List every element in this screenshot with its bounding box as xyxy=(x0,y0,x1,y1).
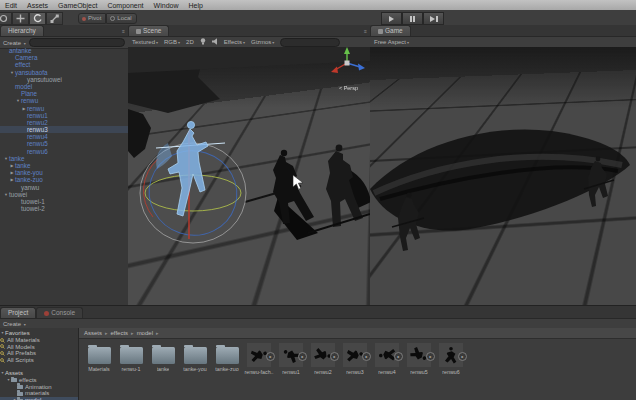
hierarchy-item[interactable]: ▶ renwu xyxy=(0,105,128,112)
asset-folder[interactable]: Materials xyxy=(84,343,114,375)
local-toggle-button[interactable]: Local xyxy=(106,13,136,24)
favorite-item[interactable]: All Materials xyxy=(0,337,78,344)
asset-model[interactable]: ▸ renwu2 xyxy=(308,343,338,375)
menu-item[interactable]: Help xyxy=(188,2,202,9)
step-button[interactable] xyxy=(423,12,444,25)
scale-tool-button[interactable] xyxy=(46,12,63,25)
shading-mode-dropdown[interactable]: Textured▾ xyxy=(132,39,158,45)
hierarchy-item[interactable]: renwu6 xyxy=(0,148,128,155)
tab-console[interactable]: Console xyxy=(36,307,83,318)
2d-toggle-button[interactable]: 2D xyxy=(186,39,194,45)
expand-badge-icon[interactable]: ▸ xyxy=(426,352,435,361)
expand-badge-icon[interactable]: ▸ xyxy=(394,352,403,361)
expand-badge-icon[interactable]: ▸ xyxy=(266,352,275,361)
favorite-item[interactable]: All Scripts xyxy=(0,357,78,364)
hierarchy-item[interactable]: renwu5 xyxy=(0,140,128,147)
project-tree-item[interactable]: materials xyxy=(0,390,78,397)
hierarchy-item[interactable]: effect xyxy=(0,61,128,68)
tab-hierarchy[interactable]: Hierarchy xyxy=(0,25,44,36)
menu-item[interactable]: Component xyxy=(107,2,143,9)
distant-wall xyxy=(128,47,370,73)
hierarchy-item[interactable]: ▼ renwu xyxy=(0,97,128,104)
scene-character-2[interactable] xyxy=(273,150,318,240)
asset-model[interactable]: ▸ renwu5 xyxy=(404,343,434,375)
asset-folder[interactable]: tanke xyxy=(148,343,178,375)
hierarchy-item[interactable]: ▶ tanke xyxy=(0,162,128,169)
hierarchy-item[interactable]: ▼ yansubaofa xyxy=(0,69,128,76)
scene-character-selected[interactable] xyxy=(156,121,225,216)
tab-project[interactable]: Project xyxy=(0,307,36,318)
hierarchy-item[interactable]: ▼ tuowei xyxy=(0,191,128,198)
expand-badge-icon[interactable]: ▸ xyxy=(298,352,307,361)
gizmos-dropdown[interactable]: Gizmos▾ xyxy=(251,39,274,45)
scene-viewport[interactable]: < Persp xyxy=(128,47,370,305)
breadcrumb-item[interactable]: effects ▸ xyxy=(111,330,134,336)
breadcrumb-item[interactable]: Assets ▸ xyxy=(84,330,108,336)
menu-item[interactable]: GameObject xyxy=(58,2,97,9)
panel-menu-icon[interactable]: ≡ xyxy=(364,26,367,36)
hierarchy-item[interactable]: renwu2 xyxy=(0,119,128,126)
hierarchy-item[interactable]: ▶ tanke-you xyxy=(0,169,128,176)
hierarchy-item[interactable]: Plane xyxy=(0,90,128,97)
perspective-label[interactable]: < Persp xyxy=(339,85,358,91)
hierarchy-item[interactable]: renwu3 xyxy=(0,126,128,133)
effects-dropdown[interactable]: Effects▾ xyxy=(224,39,245,45)
hierarchy-search-input[interactable] xyxy=(29,38,125,47)
model-thumbnail: ▸ xyxy=(375,343,399,367)
hierarchy-item[interactable]: tuowei-1 xyxy=(0,198,128,205)
asset-model[interactable]: ▸ renwu1 xyxy=(276,343,306,375)
hierarchy-item-label: renwu3 xyxy=(27,126,48,133)
hierarchy-item[interactable]: yansutuowei xyxy=(0,76,128,83)
menu-item[interactable]: Assets xyxy=(27,2,48,9)
render-channel-dropdown[interactable]: RGB▾ xyxy=(164,39,180,45)
project-tree-item[interactable]: ▼ effects xyxy=(0,377,78,384)
scene-character-left-edge[interactable] xyxy=(128,109,151,158)
project-create-button[interactable]: Create ▾ xyxy=(3,321,26,327)
hierarchy-item[interactable]: model xyxy=(0,83,128,90)
create-button[interactable]: Create ▾ xyxy=(3,40,26,46)
asset-model[interactable]: ▸ renwu6 xyxy=(436,343,466,375)
favorite-item[interactable]: All Models xyxy=(0,344,78,351)
panel-menu-icon[interactable]: ≡ xyxy=(122,26,125,36)
pivot-toggle-button[interactable]: Pivot xyxy=(78,13,106,24)
hierarchy-item[interactable]: renwu4 xyxy=(0,133,128,140)
hierarchy-item[interactable]: ▶ tanke-zuo xyxy=(0,176,128,183)
hierarchy-item-label: renwu xyxy=(21,97,38,104)
hierarchy-item[interactable]: Camera xyxy=(0,54,128,61)
expand-badge-icon[interactable]: ▸ xyxy=(362,352,371,361)
scene-character-3[interactable] xyxy=(308,145,370,233)
asset-folder[interactable]: tanke-zuo xyxy=(212,343,242,375)
tab-game[interactable]: Game xyxy=(370,25,411,36)
asset-folder[interactable]: tanke-you xyxy=(180,343,210,375)
tab-scene[interactable]: Scene xyxy=(128,25,169,36)
asset-model[interactable]: ▸ renwu3 xyxy=(340,343,370,375)
hierarchy-item[interactable]: tuowei-2 xyxy=(0,205,128,212)
expand-badge-icon[interactable]: ▸ xyxy=(458,352,467,361)
expand-badge-icon[interactable]: ▸ xyxy=(330,352,339,361)
menu-item[interactable]: Window xyxy=(154,2,179,9)
aspect-dropdown[interactable]: Free Aspect▾ xyxy=(374,39,409,45)
favorites-section[interactable]: ▼ Favorites xyxy=(0,330,78,337)
lighting-toggle-icon[interactable] xyxy=(200,38,206,46)
asset-model[interactable]: ▸ renwu-fach.. xyxy=(244,343,274,375)
pause-button[interactable] xyxy=(402,12,423,25)
project-tree-item[interactable]: Animation xyxy=(0,384,78,391)
asset-model[interactable]: ▸ renwu4 xyxy=(372,343,402,375)
asset-label: renwu4 xyxy=(378,369,395,375)
move-tool-button[interactable] xyxy=(12,12,29,25)
hierarchy-item[interactable]: antanke xyxy=(0,47,128,54)
audio-toggle-icon[interactable] xyxy=(212,38,218,46)
favorite-item[interactable]: All Prefabs xyxy=(0,350,78,357)
hand-tool-button[interactable] xyxy=(0,12,12,25)
hierarchy-item[interactable]: renwu1 xyxy=(0,112,128,119)
play-button[interactable] xyxy=(381,12,402,25)
rotate-tool-button[interactable] xyxy=(29,12,46,25)
hierarchy-item[interactable]: yanwu xyxy=(0,184,128,191)
menu-item[interactable]: Edit xyxy=(5,2,17,9)
asset-folder[interactable]: renwu-1 xyxy=(116,343,146,375)
breadcrumb-item[interactable]: model ▸ xyxy=(137,330,159,336)
game-viewport[interactable] xyxy=(370,47,636,305)
hierarchy-item[interactable]: ▼ tanke xyxy=(0,155,128,162)
assets-section[interactable]: ▼ Assets xyxy=(0,370,78,377)
scene-search-input[interactable] xyxy=(280,38,340,47)
